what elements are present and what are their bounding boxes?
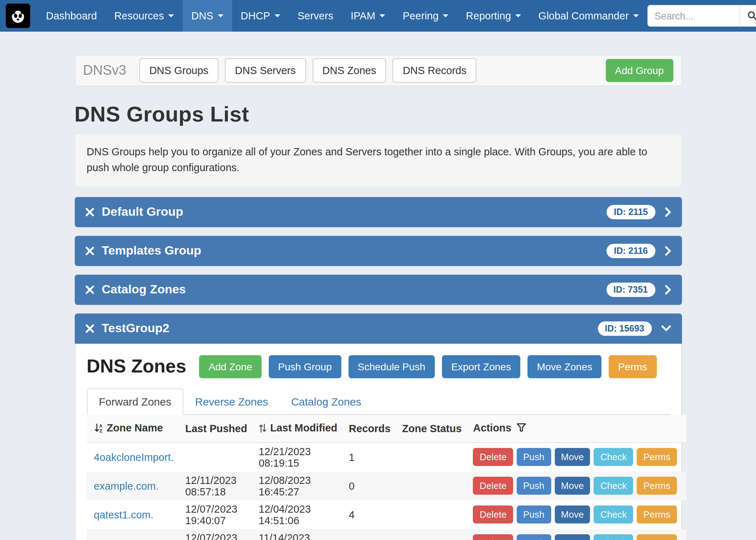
push-button[interactable]: Push — [517, 534, 551, 540]
page-description: DNS Groups help you to organize all of y… — [74, 134, 682, 187]
remove-group-icon[interactable] — [85, 285, 94, 294]
dns-groups-button[interactable]: DNS Groups — [139, 58, 218, 83]
sort-alpha-icon[interactable]: A Z — [94, 423, 103, 435]
header-actions: Actions — [467, 415, 686, 442]
add-zone-button[interactable]: Add Zone — [199, 355, 261, 378]
schedule-push-button[interactable]: Schedule Push — [348, 355, 434, 378]
delete-button[interactable]: Delete — [473, 505, 513, 523]
chevron-right-icon[interactable] — [664, 207, 671, 217]
nav-item-reporting[interactable]: Reporting — [457, 0, 530, 32]
delete-button[interactable]: Delete — [473, 448, 513, 466]
header-zone-status[interactable]: Zone Status — [396, 415, 467, 442]
push-button[interactable]: Push — [517, 505, 551, 523]
zone-status-cell — [396, 529, 467, 540]
caret-down-icon — [380, 14, 386, 17]
remove-group-icon[interactable] — [85, 207, 94, 216]
zone-name-link[interactable]: example.com. — [94, 480, 159, 491]
remove-group-icon[interactable] — [85, 246, 94, 255]
header-zone-name[interactable]: A Z Zone Name — [87, 415, 179, 442]
row-actions: DeletePushMoveCheckPerms — [467, 500, 686, 529]
app-root: DashboardResourcesDNSDHCPServersIPAMPeer… — [0, 0, 756, 540]
navbar-right — [647, 0, 756, 32]
search-button[interactable] — [739, 5, 756, 27]
nav-item-global-commander[interactable]: Global Commander — [530, 0, 647, 32]
header-records[interactable]: Records — [343, 415, 396, 442]
last-modified-cell: 11/14/2023 09:02:36 — [253, 529, 343, 540]
records-cell: 4 — [343, 500, 396, 529]
tab-forward-zones[interactable]: Forward Zones — [87, 388, 184, 415]
move-button[interactable]: Move — [554, 534, 590, 540]
remove-group-icon[interactable] — [85, 324, 94, 333]
dns-zones-button[interactable]: DNS Zones — [312, 58, 386, 83]
panda-logo[interactable] — [6, 4, 30, 28]
perms-button[interactable]: Perms — [637, 448, 677, 466]
group-bar-catalog-zones[interactable]: Catalog Zones ID: 7351 — [74, 274, 682, 305]
zones-panel: DNS Zones Add ZonePush GroupSchedule Pus… — [74, 343, 682, 540]
group-id-badge: ID: 15693 — [598, 321, 651, 335]
delete-button[interactable]: Delete — [473, 477, 513, 495]
sort-updown-icon[interactable] — [259, 423, 267, 435]
nav-item-resources[interactable]: Resources — [106, 0, 183, 32]
chevron-right-icon[interactable] — [664, 246, 671, 256]
search-input[interactable] — [647, 5, 739, 27]
group-testgroup2: TestGroup2 ID: 15693 DNS Zones Add ZoneP… — [74, 313, 682, 540]
svg-text:A: A — [99, 423, 102, 428]
group-name: Catalog Zones — [102, 282, 186, 297]
chevron-right-icon[interactable] — [664, 284, 671, 294]
header-last-modified[interactable]: Last Modified — [253, 415, 343, 442]
table-row: qatest1.com. 12/07/2023 19:40:07 12/04/2… — [87, 500, 686, 529]
group-list: Default Group ID: 2115 Templates Group I… — [74, 197, 682, 305]
push-button[interactable]: Push — [517, 448, 551, 466]
filter-icon[interactable] — [516, 423, 526, 434]
table-header-row: A Z Zone Name Last Pushed — [87, 415, 686, 442]
zone-status-cell — [396, 471, 467, 500]
records-cell: 1 — [343, 529, 396, 540]
move-button[interactable]: Move — [554, 505, 590, 523]
perms-button[interactable]: Perms — [637, 477, 677, 495]
check-button[interactable]: Check — [594, 448, 633, 466]
zone-status-cell — [396, 500, 467, 529]
check-button[interactable]: Check — [594, 477, 633, 495]
last-pushed-cell — [179, 442, 253, 471]
perms-button[interactable]: Perms — [609, 355, 656, 378]
nav-item-peering[interactable]: Peering — [394, 0, 457, 32]
table-row: qatest2.com. 12/07/2023 19:40:14 11/14/2… — [87, 529, 686, 540]
nav-item-dashboard[interactable]: Dashboard — [37, 0, 106, 32]
perms-button[interactable]: Perms — [637, 505, 677, 523]
push-group-button[interactable]: Push Group — [269, 355, 341, 378]
perms-button[interactable]: Perms — [637, 534, 677, 540]
nav-item-ipam[interactable]: IPAM — [342, 0, 394, 32]
zones-table: A Z Zone Name Last Pushed — [87, 415, 686, 540]
delete-button[interactable]: Delete — [473, 534, 513, 540]
last-pushed-cell: 12/07/2023 19:40:07 — [179, 500, 253, 529]
move-button[interactable]: Move — [554, 448, 590, 466]
page-title: DNS Groups List — [74, 102, 682, 127]
check-button[interactable]: Check — [594, 505, 633, 523]
tab-reverse-zones[interactable]: Reverse Zones — [184, 389, 280, 414]
nav-item-servers[interactable]: Servers — [289, 0, 342, 32]
group-id-badge: ID: 2116 — [607, 243, 655, 258]
add-group-button[interactable]: Add Group — [606, 59, 673, 82]
records-cell: 0 — [343, 471, 396, 500]
table-row: 4oakcloneImport. 12/21/2023 08:19:15 1 D… — [87, 442, 686, 471]
group-bar-default-group[interactable]: Default Group ID: 2115 — [74, 197, 682, 227]
zone-name-link[interactable]: qatest2.com. — [94, 537, 153, 540]
zone-status-cell — [396, 442, 467, 471]
zone-name-link[interactable]: qatest1.com. — [94, 509, 153, 520]
dns-records-button[interactable]: DNS Records — [393, 58, 476, 83]
panda-icon — [9, 6, 27, 25]
group-bar-templates-group[interactable]: Templates Group ID: 2116 — [74, 235, 682, 266]
export-zones-button[interactable]: Export Zones — [442, 355, 521, 378]
dns-servers-button[interactable]: DNS Servers — [225, 58, 306, 83]
group-bar-testgroup2[interactable]: TestGroup2 ID: 15693 — [74, 313, 682, 343]
chevron-down-icon[interactable] — [661, 325, 671, 331]
push-button[interactable]: Push — [517, 477, 551, 495]
nav-item-dns[interactable]: DNS — [183, 0, 232, 32]
tab-catalog-zones[interactable]: Catalog Zones — [280, 389, 373, 414]
check-button[interactable]: Check — [594, 534, 633, 540]
nav-item-dhcp[interactable]: DHCP — [232, 0, 289, 32]
header-last-pushed[interactable]: Last Pushed — [179, 415, 253, 442]
zone-name-link[interactable]: 4oakcloneImport. — [94, 451, 174, 463]
move-zones-button[interactable]: Move Zones — [527, 355, 601, 378]
move-button[interactable]: Move — [554, 477, 590, 495]
